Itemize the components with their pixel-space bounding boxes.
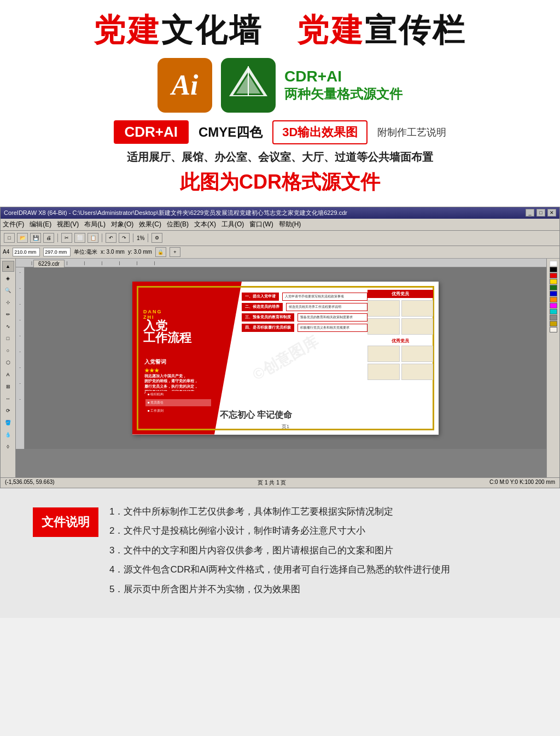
statusbar-page: 页 1 共 1 页	[258, 479, 286, 487]
tag-3d: 3D输出效果图	[272, 120, 368, 144]
menu-layout[interactable]: 布局(L)	[84, 220, 106, 229]
member-photo-6	[401, 346, 434, 362]
member-title-1: 优秀党员	[368, 290, 433, 298]
toolbar-open[interactable]: 📂	[17, 233, 28, 243]
tool-bezier[interactable]: ∿	[2, 321, 14, 332]
canvas-bg[interactable]: 6229.cdr ©创意图库 DANGZHI	[25, 267, 546, 449]
cdr-canvas-area[interactable]: | | | | | | | | - - - - - - - -	[16, 259, 546, 477]
maximize-button[interactable]: □	[536, 209, 545, 217]
software-row: Ai CDR+AI 两种矢量格式源文件	[22, 58, 538, 113]
menu-view[interactable]: 视图(V)	[57, 220, 79, 229]
cdr-menubar: 文件(F) 编辑(E) 视图(V) 布局(L) 对象(O) 效果(C) 位图(B…	[1, 219, 559, 231]
swatch-yellow[interactable]	[550, 279, 557, 284]
swatch-white[interactable]	[550, 261, 557, 266]
toolbar-cut[interactable]: ✂	[61, 233, 72, 243]
party-pledge: 入党誓词 ★★★ 我志愿加入中国共产党，拥护党的纲领，遵守党的章程，履行党员义务…	[144, 358, 221, 395]
tool-rect[interactable]: □	[2, 333, 14, 344]
prop-height[interactable]	[43, 248, 71, 256]
minimize-button[interactable]: _	[526, 209, 534, 217]
title-dangjian2: 党建	[297, 12, 365, 48]
flow-step-3-title: 三、预备党员的教育和制度	[242, 313, 294, 322]
flow-step-1-content: 入党申请书手续要填写相关流程政策事项	[282, 293, 368, 301]
prop-width[interactable]	[13, 248, 40, 256]
flow-step-2-title: 二、候选党员的培养	[242, 303, 283, 311]
tool-freehand[interactable]: ✏	[2, 309, 14, 320]
toolbar-new[interactable]: □	[4, 233, 15, 243]
tags-row: CDR+AI CMYE四色 3D输出效果图 附制作工艺说明	[22, 120, 538, 144]
prop-transform[interactable]: +	[170, 247, 180, 257]
toolbar-save[interactable]: 💾	[30, 233, 41, 243]
toolbar-redo[interactable]: ↷	[119, 233, 130, 243]
swatch-magenta[interactable]	[550, 303, 557, 308]
prop-lock[interactable]: 🔒	[155, 247, 166, 257]
member-photo-7	[368, 364, 400, 380]
flow-step-4-content: 积极履行党员义务和相关党规要求	[298, 324, 368, 332]
ruler-left-6: -	[19, 349, 21, 354]
toolbar-copy[interactable]: ⬜	[74, 233, 85, 243]
swatch-orange[interactable]	[550, 297, 557, 302]
tool-select[interactable]: ▲	[2, 261, 14, 272]
tool-text[interactable]: A	[2, 369, 14, 380]
swatch-black[interactable]	[550, 267, 557, 272]
toolbar-print[interactable]: 🖨	[43, 233, 54, 243]
toolbar-options[interactable]: ⚙	[151, 233, 162, 243]
file-note-item-3: 3．文件中的文字和图片内容仅供参考，图片请根据自己的文案和图片	[109, 544, 527, 558]
flow-step-4-row: 四、是否积极履行党员积极 积极履行党员义务和相关党规要求	[242, 324, 368, 332]
tool-fill[interactable]: 🪣	[2, 417, 14, 428]
canvas-tab[interactable]: 6229.cdr	[33, 260, 65, 267]
tool-polygon[interactable]: ⬡	[2, 357, 14, 368]
tool-crop[interactable]: ⊹	[2, 297, 14, 308]
file-note-row: 文件说明 1．文件中所标制作工艺仅供参考，具体制作工艺要根据实际情况制定 2．文…	[33, 505, 527, 602]
swatch-gold[interactable]	[550, 321, 557, 326]
menu-tool[interactable]: 工具(O)	[221, 220, 244, 229]
swatch-cream[interactable]	[550, 327, 557, 332]
tool-eyedropper[interactable]: 💧	[2, 429, 14, 440]
ruler-left-8: -	[19, 381, 21, 385]
menu-file[interactable]: 文件(F)	[3, 220, 24, 229]
party-info-boxes: ■ 组织机构 ■ 党员责任 ■ 工作原则	[145, 391, 211, 416]
cdr-titlebar-controls[interactable]: _ □ ✕	[526, 209, 556, 217]
swatch-gray[interactable]	[550, 315, 557, 320]
swatch-cyan[interactable]	[550, 309, 557, 314]
member-photo-8	[401, 364, 434, 380]
ruler-mark-8: |	[154, 260, 155, 265]
toolbar-zoom-label: 1%	[137, 235, 144, 241]
toolbar-undo[interactable]: ↶	[106, 233, 116, 243]
menu-text[interactable]: 文本(X)	[194, 220, 216, 229]
software-text: CDR+AI 两种矢量格式源文件	[284, 68, 402, 103]
party-title-area: DANGZHI 入党工作流程	[143, 309, 191, 344]
menu-effect[interactable]: 效果(C)	[139, 220, 161, 229]
tool-zoom[interactable]: 🔍	[2, 285, 14, 296]
party-main-title: 入党工作流程	[143, 320, 191, 344]
tool-node[interactable]: ◈	[2, 273, 14, 284]
swatch-blue[interactable]	[550, 291, 557, 296]
tool-ellipse[interactable]: ○	[2, 345, 14, 356]
menu-edit[interactable]: 编辑(E)	[30, 220, 51, 229]
format-line1: CDR+AI	[284, 68, 402, 85]
title-dangjiian1: 党建	[94, 12, 161, 48]
tool-connector[interactable]: ⟳	[2, 405, 14, 416]
menu-window[interactable]: 窗口(W)	[249, 220, 273, 229]
menu-object[interactable]: 对象(O)	[111, 220, 133, 229]
ruler-left-2: -	[19, 285, 21, 290]
swatch-red[interactable]	[550, 273, 557, 278]
tool-table[interactable]: ⊞	[2, 381, 14, 392]
menu-bitmap[interactable]: 位图(B)	[167, 220, 189, 229]
info-box-3: ■ 工作原则	[145, 407, 211, 414]
ruler-left-4: -	[19, 317, 21, 322]
tool-interactive[interactable]: ◊	[2, 441, 14, 452]
flow-step-3-content: 预备党员的教育和相关政策制度要求	[298, 313, 368, 322]
coreldraw-logo-svg	[226, 63, 270, 107]
file-note-item-4: 4．源文件包含CDR和AI两种文件格式，使用者可自行选择自己熟悉的软件进行使用	[109, 563, 527, 577]
swatch-green[interactable]	[550, 285, 557, 290]
flow-step-2-row: 二、候选党员的培养 候选党员相关培养工作流程要求说明	[242, 303, 368, 311]
menu-help[interactable]: 帮助(H)	[279, 220, 301, 229]
toolbar-paste[interactable]: 📋	[88, 233, 98, 243]
close-button[interactable]: ✕	[547, 209, 556, 217]
ruler-mark-6: |	[119, 260, 120, 265]
tool-dimension[interactable]: ↔	[2, 393, 14, 404]
cdr-statusbar: (-1,536.055, 59.663) 页 1 共 1 页 C:0 M:0 Y…	[1, 477, 559, 488]
cdr-toolbox: ▲ ◈ 🔍 ⊹ ✏ ∿ □ ○ ⬡ A ⊞ ↔ ⟳ 🪣 💧 ◊	[1, 259, 16, 477]
cdr-titlebar: CoreIDRAW X8 (64-Bit) - C:\Users\Adminis…	[1, 207, 559, 219]
ruler-left-7: -	[19, 365, 21, 370]
